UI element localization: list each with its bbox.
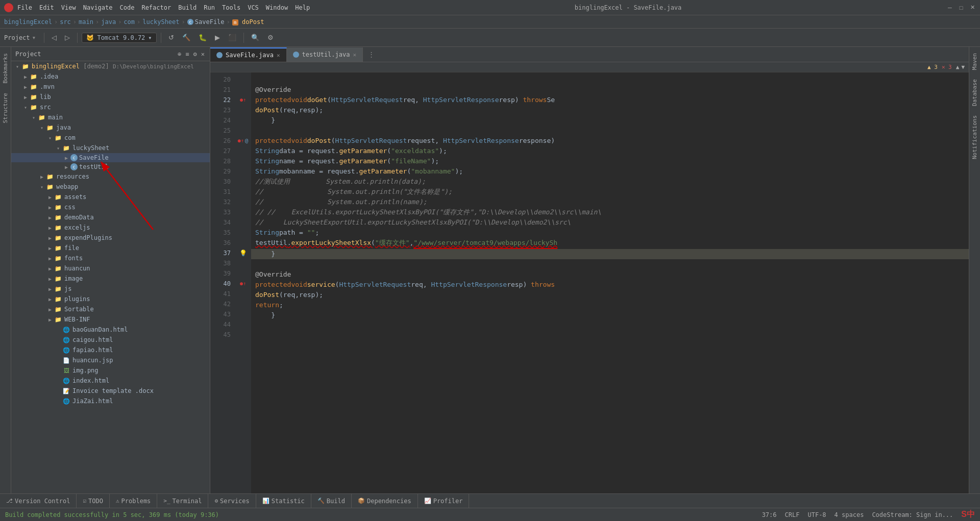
tree-item-fapiao[interactable]: 🌐 fapiao.html xyxy=(11,345,210,355)
tree-item-webapp[interactable]: ▾ 📁 webapp xyxy=(11,182,210,192)
tree-item-root[interactable]: ▾ 📁 binglingExcel [demo2] D:\Develop\bin… xyxy=(11,61,210,71)
tree-item-jiazai[interactable]: 🌐 JiaZai.html xyxy=(11,396,210,406)
tree-item-css[interactable]: ▶ 📁 css xyxy=(11,202,210,212)
tab-close-savefile[interactable]: ✕ xyxy=(277,52,280,59)
code-content[interactable]: @Override protected void doGet(HttpServl… xyxy=(251,72,969,493)
bottom-tab-dependencies[interactable]: 📦 Dependencies xyxy=(352,494,418,508)
run-button[interactable]: ▶ xyxy=(212,32,223,43)
tree-item-caigou[interactable]: 🌐 caigou.html xyxy=(11,335,210,345)
breadcrumb-src[interactable]: src xyxy=(60,18,71,26)
minimize-button[interactable]: ─ xyxy=(946,4,953,11)
tree-item-resources[interactable]: ▶ 📁 resources xyxy=(11,171,210,182)
menu-file[interactable]: File xyxy=(17,4,32,11)
menu-help[interactable]: Help xyxy=(295,4,310,11)
bottom-tab-problems[interactable]: ⚠ Problems xyxy=(110,494,157,508)
menu-tools[interactable]: Tools xyxy=(222,4,240,11)
structure-tab[interactable]: Structure xyxy=(1,89,10,128)
debug-button[interactable]: 🐛 xyxy=(195,32,210,43)
tree-item-js[interactable]: ▶ 📁 js xyxy=(11,284,210,294)
close-panel-icon[interactable]: ✕ xyxy=(200,49,206,59)
tree-item-com[interactable]: ▾ 📁 com xyxy=(11,133,210,143)
window-controls[interactable]: ─ □ ✕ xyxy=(946,4,976,11)
project-selector[interactable]: Project ▾ xyxy=(4,34,36,41)
tree-item-baoguandan[interactable]: 🌐 baoGuanDan.html xyxy=(11,325,210,335)
tree-item-webinf[interactable]: ▶ 📁 WEB-INF xyxy=(11,314,210,325)
tree-item-file[interactable]: ▶ 📁 file xyxy=(11,243,210,253)
breadcrumb-dopost[interactable]: m doPost xyxy=(232,18,264,26)
menu-edit[interactable]: Edit xyxy=(39,4,54,11)
menu-run[interactable]: Run xyxy=(204,4,215,11)
project-dropdown-icon[interactable]: ▾ xyxy=(32,34,36,41)
warning-nav-up[interactable]: ▲ xyxy=(956,64,960,70)
tree-item-plugins[interactable]: ▶ 📁 plugins xyxy=(11,294,210,304)
tree-item-expendplugins[interactable]: ▶ 📁 expendPlugins xyxy=(11,233,210,243)
menu-build[interactable]: Build xyxy=(178,4,197,11)
maven-tab[interactable]: Maven xyxy=(970,49,979,74)
database-tab[interactable]: Database xyxy=(970,75,979,110)
notifications-tab[interactable]: Notifications xyxy=(970,111,979,163)
tree-item-src[interactable]: ▾ 📁 src xyxy=(11,102,210,112)
tree-item-main[interactable]: ▾ 📁 main xyxy=(11,112,210,122)
tree-item-savefile[interactable]: ▶ c SaveFile xyxy=(11,153,210,162)
tab-testutil[interactable]: testUtil.java ✕ xyxy=(287,47,363,62)
bottom-tab-todo[interactable]: ☑ TODO xyxy=(77,494,110,508)
bottom-tab-services[interactable]: ⚙ Services xyxy=(208,494,256,508)
tree-item-fonts[interactable]: ▶ 📁 fonts xyxy=(11,253,210,263)
tomcat-selector[interactable]: 🐱 Tomcat 9.0.72 ▾ xyxy=(82,33,156,43)
bottom-tab-versioncontrol[interactable]: ⎇ Version Control xyxy=(0,494,77,508)
tree-item-demodata[interactable]: ▶ 📁 demoData xyxy=(11,212,210,222)
tree-item-invoice[interactable]: 📝 Invoice template .docx xyxy=(11,386,210,396)
breadcrumb-savefile[interactable]: c SaveFile xyxy=(187,18,225,26)
bottom-tab-statistic[interactable]: 📊 Statistic xyxy=(256,494,311,508)
breadcrumb-java[interactable]: java xyxy=(101,18,116,26)
tab-close-testutil[interactable]: ✕ xyxy=(353,52,356,58)
menu-window[interactable]: Window xyxy=(266,4,288,11)
tree-item-indexhtml[interactable]: 🌐 index.html xyxy=(11,376,210,386)
settings-panel-icon[interactable]: ⚙ xyxy=(192,49,198,59)
breadcrumb-main[interactable]: main xyxy=(79,18,93,26)
settings-button[interactable]: ⚙ xyxy=(264,32,277,43)
tab-savefile[interactable]: SaveFile.java ✕ xyxy=(210,47,287,62)
menu-view[interactable]: View xyxy=(61,4,76,11)
tree-item-idea[interactable]: ▶ 📁 .idea xyxy=(11,71,210,82)
panel-header-icons[interactable]: ⊕ ≡ ⚙ ✕ xyxy=(177,49,206,59)
tree-item-java[interactable]: ▾ 📁 java xyxy=(11,122,210,133)
stop-button[interactable]: ⬛ xyxy=(225,32,239,43)
bookmarks-tab[interactable]: Bookmarks xyxy=(1,49,10,88)
tree-item-exceljs[interactable]: ▶ 📁 exceljs xyxy=(11,222,210,233)
refresh-button[interactable]: ↺ xyxy=(165,32,177,43)
tree-item-sortable[interactable]: ▶ 📁 Sortable xyxy=(11,304,210,314)
bottom-tab-profiler[interactable]: 📈 Profiler xyxy=(418,494,470,508)
warning-nav-down[interactable]: ▼ xyxy=(961,64,965,70)
tree-item-luckysheet[interactable]: ▾ 📁 luckySheet xyxy=(11,143,210,153)
tree-item-lib[interactable]: ▶ 📁 lib xyxy=(11,92,210,102)
locate-icon[interactable]: ⊕ xyxy=(177,49,182,59)
tree-item-imgpng[interactable]: 🖼 img.png xyxy=(11,365,210,376)
menu-code[interactable]: Code xyxy=(120,4,135,11)
breadcrumb-project[interactable]: binglingExcel xyxy=(4,18,52,26)
tree-item-image[interactable]: ▶ 📁 image xyxy=(11,274,210,284)
breadcrumb-luckysheet[interactable]: luckySheet xyxy=(142,18,179,26)
menu-bar[interactable]: File Edit View Navigate Code Refactor Bu… xyxy=(17,4,310,11)
search-button[interactable]: 🔍 xyxy=(248,32,262,43)
back-button[interactable]: ◁ xyxy=(48,32,60,43)
tree-item-huancun[interactable]: ▶ 📁 huancun xyxy=(11,263,210,274)
gutter-bulb-37[interactable]: 💡 xyxy=(239,248,247,258)
menu-refactor[interactable]: Refactor xyxy=(141,4,171,11)
collapse-icon[interactable]: ≡ xyxy=(184,49,190,59)
maximize-button[interactable]: □ xyxy=(958,4,965,11)
menu-navigate[interactable]: Navigate xyxy=(83,4,113,11)
bottom-tab-build[interactable]: 🔨 Build xyxy=(311,494,352,508)
build-button[interactable]: 🔨 xyxy=(179,32,193,43)
tab-more-button[interactable]: ⋮ xyxy=(365,51,378,58)
breadcrumb-com[interactable]: com xyxy=(124,18,135,26)
tree-item-assets[interactable]: ▶ 📁 assets xyxy=(11,192,210,202)
tree-item-mvn[interactable]: ▶ 📁 .mvn xyxy=(11,82,210,92)
close-button[interactable]: ✕ xyxy=(969,4,976,11)
tomcat-dropdown-icon[interactable]: ▾ xyxy=(148,34,152,41)
menu-vcs[interactable]: VCS xyxy=(248,4,259,11)
forward-button[interactable]: ▷ xyxy=(62,32,73,43)
bottom-tab-terminal[interactable]: >_ Terminal xyxy=(157,494,208,508)
tree-item-testutil[interactable]: ▶ c testUtil xyxy=(11,162,210,171)
tree-item-huancunjsp[interactable]: 📄 huancun.jsp xyxy=(11,355,210,365)
